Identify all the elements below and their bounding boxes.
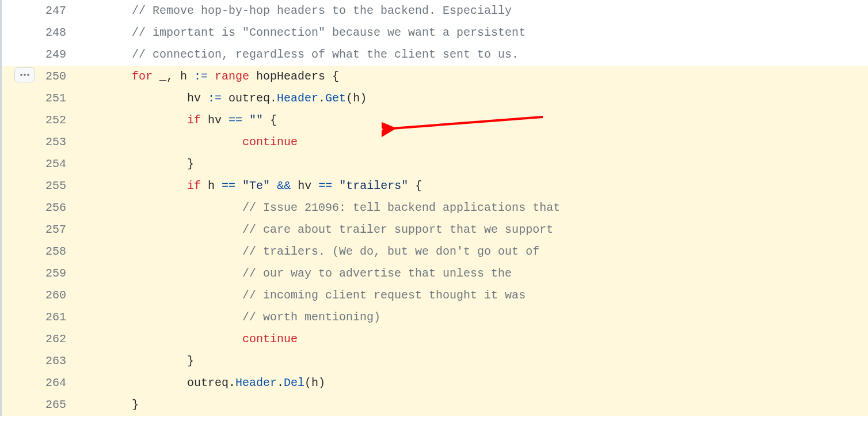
code-line: 260 // incoming client request thought i… [2,285,868,306]
code-line: 252 if hv == "" { [2,109,868,131]
line-number[interactable]: 252 [2,109,77,131]
code-content[interactable]: // our way to advertise that unless the [77,263,868,285]
line-number[interactable]: 257 [2,219,77,241]
svg-point-1 [24,74,26,76]
code-content[interactable]: } [77,153,868,175]
code-line: 256 // Issue 21096: tell backend applica… [2,197,868,219]
code-line: 255 if h == "Te" && hv == "trailers" { [2,175,868,197]
line-actions-button[interactable] [14,67,35,82]
line-number[interactable]: 247 [2,0,77,22]
code-content[interactable]: continue [77,328,868,350]
code-content[interactable]: // worth mentioning) [77,306,868,328]
code-line: 261 // worth mentioning) [2,306,868,328]
line-number[interactable]: 260 [2,285,77,306]
code-content[interactable]: // care about trailer support that we su… [77,219,868,241]
code-content[interactable]: if h == "Te" && hv == "trailers" { [77,175,868,197]
code-content[interactable]: hv := outreq.Header.Get(h) [77,88,868,109]
code-line: 253 continue [2,131,868,153]
code-content[interactable]: for _, h := range hopHeaders { [77,66,868,88]
line-number[interactable]: 251 [2,88,77,109]
code-content[interactable]: // important is "Connection" because we … [77,22,868,44]
code-content[interactable]: } [77,394,868,416]
code-content[interactable]: outreq.Header.Del(h) [77,372,868,394]
code-line: 257 // care about trailer support that w… [2,219,868,241]
line-number[interactable]: 249 [2,44,77,66]
line-number[interactable]: 250 [2,66,77,88]
line-number[interactable]: 263 [2,350,77,372]
code-line: 254 } [2,153,868,175]
kebab-icon [20,73,30,77]
svg-point-2 [27,74,29,76]
code-content[interactable]: if hv == "" { [77,109,868,131]
code-line: 251 hv := outreq.Header.Get(h) [2,88,868,109]
code-line: 247 // Remove hop-by-hop headers to the … [2,0,868,22]
code-content[interactable]: // Issue 21096: tell backend application… [77,197,868,219]
line-number[interactable]: 254 [2,153,77,175]
line-number[interactable]: 256 [2,197,77,219]
line-number[interactable]: 259 [2,263,77,285]
code-content[interactable]: // incoming client request thought it wa… [77,285,868,306]
svg-point-0 [20,74,22,76]
line-number[interactable]: 265 [2,394,77,416]
code-content[interactable]: } [77,350,868,372]
code-line: 248 // important is "Connection" because… [2,22,868,44]
line-number[interactable]: 264 [2,372,77,394]
code-viewer: 247 // Remove hop-by-hop headers to the … [0,0,868,416]
line-number[interactable]: 262 [2,328,77,350]
code-line: 262 continue [2,328,868,350]
line-number[interactable]: 248 [2,22,77,44]
code-content[interactable]: // Remove hop-by-hop headers to the back… [77,0,868,22]
line-number[interactable]: 255 [2,175,77,197]
code-content[interactable]: // connection, regardless of what the cl… [77,44,868,66]
code-line: 265 } [2,394,868,416]
code-line: 250 for _, h := range hopHeaders { [2,66,868,88]
line-number[interactable]: 258 [2,241,77,263]
line-number[interactable]: 253 [2,131,77,153]
code-content[interactable]: // trailers. (We do, but we don't go out… [77,241,868,263]
code-line: 264 outreq.Header.Del(h) [2,372,868,394]
code-line: 263 } [2,350,868,372]
line-number[interactable]: 261 [2,306,77,328]
code-line: 258 // trailers. (We do, but we don't go… [2,241,868,263]
code-line: 259 // our way to advertise that unless … [2,263,868,285]
code-line: 249 // connection, regardless of what th… [2,44,868,66]
code-content[interactable]: continue [77,131,868,153]
